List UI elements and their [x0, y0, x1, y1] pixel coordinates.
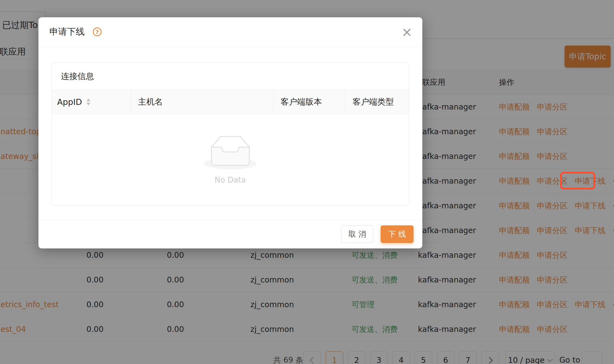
- connection-col-2: 客户端版本: [273, 90, 345, 114]
- help-question-icon[interactable]: ?: [93, 27, 102, 36]
- connection-info-card: 连接信息 AppID主机名客户端版本客户端类型 No Data: [51, 63, 409, 206]
- connection-col-1: 主机名: [131, 90, 273, 114]
- modal-title: 申请下线: [49, 26, 85, 38]
- connection-table-header: AppID主机名客户端版本客户端类型: [52, 90, 409, 114]
- cancel-button[interactable]: 取 消: [341, 225, 373, 243]
- modal-footer: 取 消 下 线: [38, 220, 422, 248]
- sort-carets-icon[interactable]: [86, 99, 90, 105]
- offline-confirm-button[interactable]: 下 线: [381, 225, 414, 243]
- connection-col-label: AppID: [57, 97, 82, 107]
- connection-col-label: 客户端版本: [281, 96, 322, 108]
- apply-offline-modal: 申请下线 ? × 连接信息 AppID主机名客户端版本客户端类型 No Data: [38, 17, 422, 248]
- connection-info-title: 连接信息: [52, 63, 409, 90]
- empty-state-text: No Data: [215, 175, 246, 184]
- connection-col-label: 客户端类型: [353, 96, 394, 108]
- close-icon[interactable]: ×: [401, 25, 412, 38]
- empty-state: No Data: [52, 114, 409, 206]
- empty-inbox-icon: [204, 136, 257, 169]
- connection-col-label: 主机名: [138, 96, 163, 108]
- connection-col-3: 客户端类型: [345, 90, 409, 114]
- modal-header: 申请下线 ? ×: [38, 17, 422, 47]
- connection-col-appid[interactable]: AppID: [52, 90, 131, 114]
